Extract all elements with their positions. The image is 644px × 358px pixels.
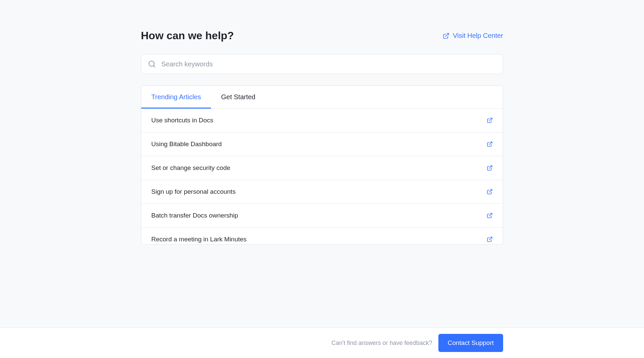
tab-trending-articles[interactable]: Trending Articles (151, 86, 201, 108)
article-list[interactable]: Use shortcuts in Docs Using Bitable Dash… (141, 109, 503, 244)
article-item[interactable]: Sign up for personal accounts (141, 180, 503, 204)
header-row: How can we help? Visit Help Center (141, 29, 503, 42)
svg-line-8 (489, 237, 492, 240)
footer-prompt: Can't find answers or have feedback? (331, 340, 432, 347)
footer: Can't find answers or have feedback? Con… (0, 327, 644, 358)
tabs: Trending Articles Get Started (141, 86, 503, 109)
article-title: Batch transfer Docs ownership (151, 212, 238, 219)
svg-line-3 (489, 118, 492, 121)
articles-card: Trending Articles Get Started Use shortc… (141, 85, 503, 245)
visit-help-center-link[interactable]: Visit Help Center (443, 32, 503, 40)
article-title: Set or change security code (151, 164, 230, 172)
svg-line-7 (489, 213, 492, 216)
external-link-icon (487, 165, 493, 171)
external-link-icon (487, 117, 493, 123)
article-title: Use shortcuts in Docs (151, 117, 213, 124)
article-item[interactable]: Set or change security code (141, 156, 503, 180)
search-box[interactable] (141, 54, 503, 74)
external-link-icon (487, 236, 493, 242)
article-item[interactable]: Using Bitable Dashboard (141, 132, 503, 156)
search-input[interactable] (161, 60, 496, 68)
external-link-icon (487, 141, 493, 147)
article-item[interactable]: Use shortcuts in Docs (141, 109, 503, 132)
article-item[interactable]: Batch transfer Docs ownership (141, 204, 503, 228)
svg-line-5 (489, 166, 492, 168)
svg-line-6 (489, 189, 492, 192)
external-link-icon (487, 189, 493, 195)
contact-support-button[interactable]: Contact Support (438, 334, 503, 352)
svg-line-0 (446, 33, 449, 36)
article-title: Record a meeting in Lark Minutes (151, 236, 247, 243)
article-item[interactable]: Record a meeting in Lark Minutes (141, 228, 503, 244)
svg-line-2 (154, 66, 155, 67)
article-title: Sign up for personal accounts (151, 188, 235, 195)
external-link-icon (443, 33, 449, 39)
page-title: How can we help? (141, 29, 234, 42)
search-icon (148, 60, 156, 68)
help-center-label: Visit Help Center (453, 32, 503, 40)
tab-get-started[interactable]: Get Started (221, 86, 255, 108)
article-title: Using Bitable Dashboard (151, 140, 222, 148)
svg-line-4 (489, 142, 492, 144)
external-link-icon (487, 213, 493, 219)
